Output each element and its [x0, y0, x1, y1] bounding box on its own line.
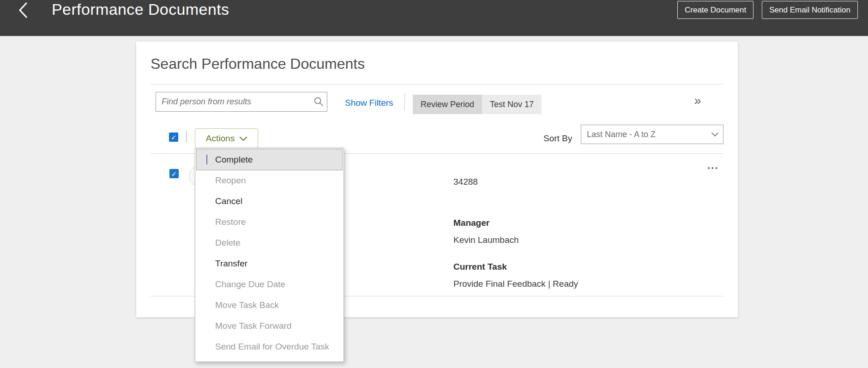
more-filters-chevron-icon[interactable]: » [688, 91, 707, 111]
sort-dropdown[interactable]: Last Name - A to Z [581, 125, 723, 144]
vertical-separator [186, 131, 187, 143]
select-all-checkbox[interactable]: ✓ [169, 133, 178, 142]
show-filters-link[interactable]: Show Filters [345, 98, 393, 108]
performance-documents-page: Performance Documents Create Document Se… [0, 0, 868, 368]
menu-item-transfer[interactable]: Transfer [197, 253, 342, 274]
page-title: Performance Documents [52, 0, 229, 18]
overflow-menu-icon[interactable]: ••• [703, 161, 724, 175]
search-input[interactable] [156, 92, 327, 112]
panel-title: Search Performance Documents [151, 55, 365, 72]
sort-by-label: Sort By [543, 133, 572, 144]
menu-item-change-due-date[interactable]: Change Due Date [197, 274, 342, 295]
divider [151, 84, 723, 84]
menu-item-move-task-forward[interactable]: Move Task Forward [197, 315, 342, 336]
chevron-down-icon [711, 130, 723, 139]
result-row-checkbox[interactable]: ✓ [169, 169, 179, 178]
search-icon[interactable] [313, 97, 324, 107]
review-period-value[interactable]: Test Nov 17 [482, 95, 542, 114]
search-box [156, 92, 327, 112]
chevron-down-icon [240, 133, 247, 144]
chevron-left-icon [18, 13, 29, 20]
app-header: Performance Documents Create Document Se… [0, 0, 868, 36]
text-cursor [206, 155, 207, 164]
review-period-filter[interactable]: Review Period Test Nov 17 [413, 95, 542, 114]
current-task-label: Current Task [453, 262, 507, 272]
menu-item-delete[interactable]: Delete [197, 232, 342, 253]
current-task-value: Provide Final Feedback | Ready [453, 279, 578, 289]
actions-menu: Complete Reopen Cancel Restore Delete Tr… [195, 148, 344, 362]
sort-dropdown-value: Last Name - A to Z [581, 130, 711, 139]
review-period-label[interactable]: Review Period [413, 95, 482, 114]
menu-item-cancel[interactable]: Cancel [197, 191, 342, 211]
manager-label: Manager [453, 218, 489, 228]
result-id: 34288 [453, 177, 478, 187]
actions-button[interactable]: Actions [195, 128, 258, 148]
manager-name: Kevin Laumbach [453, 235, 519, 245]
back-button[interactable] [13, 1, 33, 20]
send-email-notification-button[interactable]: Send Email Notification [762, 1, 858, 19]
menu-item-complete[interactable]: Complete [197, 149, 342, 170]
menu-item-restore[interactable]: Restore [197, 211, 342, 232]
filter-separator [404, 93, 405, 111]
menu-item-send-email-overdue[interactable]: Send Email for Overdue Task [197, 336, 342, 357]
actions-button-label: Actions [206, 133, 235, 144]
menu-item-move-task-back[interactable]: Move Task Back [197, 295, 342, 315]
header-actions: Create Document Send Email Notification [677, 1, 858, 19]
menu-item-reopen[interactable]: Reopen [197, 170, 342, 191]
create-document-button[interactable]: Create Document [677, 1, 753, 19]
